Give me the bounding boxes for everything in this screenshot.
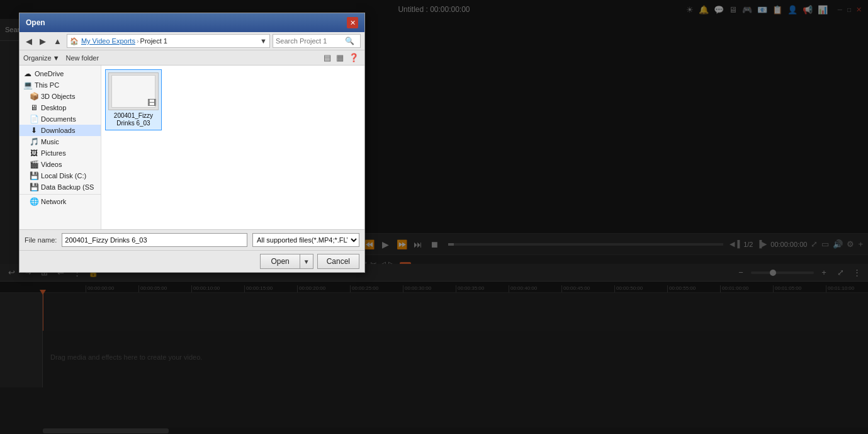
dialog-options: Organize ▼ New folder ▤ ▦ ❓ <box>20 50 364 66</box>
open-arrow-button[interactable]: ▼ <box>300 254 313 269</box>
back-button[interactable]: ◀ <box>23 35 35 47</box>
nav-item-documents[interactable]: 📄 Documents <box>20 113 101 125</box>
up-button[interactable]: ▲ <box>51 35 64 47</box>
databackup-icon: 💾 <box>30 183 38 191</box>
dialog-toolbar: ◀ ▶ ▲ 🏠 My Video Exports › Project 1 ▼ 🔍 <box>20 32 364 50</box>
localdisk-icon: 💾 <box>30 171 38 180</box>
view-grid-button[interactable]: ▦ <box>334 52 346 63</box>
desktop-icon: 🖥 <box>30 103 38 112</box>
nav-divider <box>20 194 101 195</box>
nav-item-music[interactable]: 🎵 Music <box>20 136 101 147</box>
breadcrumb-sep: › <box>137 37 139 45</box>
breadcrumb-home-icon: 🏠 <box>70 37 79 45</box>
dialog-overlay: Open ✕ ◀ ▶ ▲ 🏠 My Video Exports › Projec… <box>0 0 868 434</box>
search-input[interactable] <box>276 37 345 45</box>
dialog-files-area: 🎞 200401_FizzyDrinks 6_03 <box>101 66 364 229</box>
nav-item-databackup[interactable]: 💾 Data Backup (SS <box>20 181 101 193</box>
filename-input[interactable] <box>62 233 247 247</box>
nav-item-label-downloads: Downloads <box>41 127 75 134</box>
cancel-button[interactable]: Cancel <box>317 254 359 269</box>
dialog-left-options: Organize ▼ New folder <box>23 54 99 62</box>
music-icon: 🎵 <box>30 137 38 146</box>
pictures-icon: 🖼 <box>30 149 38 157</box>
nav-item-pictures[interactable]: 🖼 Pictures <box>20 147 101 159</box>
open-button[interactable]: Open <box>260 254 299 269</box>
view-list-button[interactable]: ▤ <box>322 52 333 63</box>
nav-item-label-onedrive: OneDrive <box>35 70 64 77</box>
search-box: 🔍 <box>273 34 361 48</box>
nav-item-videos[interactable]: 🎬 Videos <box>20 159 101 170</box>
dialog-filename-row: File name: All supported files(*.MP4;*.F… <box>20 229 364 250</box>
nav-item-label-desktop: Desktop <box>41 104 66 111</box>
nav-item-network[interactable]: 🌐 Network <box>20 196 101 207</box>
view-help-button[interactable]: ❓ <box>347 52 361 63</box>
forward-button[interactable]: ▶ <box>37 35 48 47</box>
breadcrumb-dropdown[interactable]: ▼ <box>260 37 267 45</box>
nav-item-localdisk[interactable]: 💾 Local Disk (C:) <box>20 170 101 181</box>
organize-label: Organize <box>23 54 52 62</box>
downloads-icon: ⬇ <box>30 126 38 135</box>
filename-label: File name: <box>25 236 57 244</box>
dialog-title: Open <box>26 18 45 27</box>
nav-item-label-music: Music <box>41 138 59 146</box>
filetype-select[interactable]: All supported files(*.MP4;*.FLV; <box>252 233 359 247</box>
file-label-0: 200401_FizzyDrinks 6_03 <box>114 112 153 127</box>
nav-item-thispc[interactable]: 💻 This PC <box>20 79 101 91</box>
nav-item-3dobjects[interactable]: 📦 3D Objects <box>20 91 101 102</box>
nav-item-label-network: Network <box>41 198 66 205</box>
videos-icon: 🎬 <box>30 160 38 169</box>
dialog-titlebar: Open ✕ <box>20 13 364 32</box>
breadcrumb-item-1[interactable]: Project 1 <box>140 37 167 45</box>
breadcrumb-item-0[interactable]: My Video Exports <box>81 37 135 45</box>
open-dialog: Open ✕ ◀ ▶ ▲ 🏠 My Video Exports › Projec… <box>19 13 365 273</box>
3dobjects-icon: 📦 <box>30 92 38 101</box>
nav-item-label-thispc: This PC <box>35 81 59 89</box>
nav-item-label-pictures: Pictures <box>41 149 66 157</box>
thispc-icon: 💻 <box>23 81 32 89</box>
nav-item-label-videos: Videos <box>41 161 62 168</box>
open-button-wrap: Open ▼ <box>260 254 313 269</box>
nav-item-label-3dobjects: 3D Objects <box>41 93 75 100</box>
breadcrumb-area: 🏠 My Video Exports › Project 1 ▼ <box>67 34 270 48</box>
dialog-buttons-row: Open ▼ Cancel <box>20 250 364 272</box>
onedrive-icon: ☁ <box>23 69 32 78</box>
search-button[interactable]: 🔍 <box>345 37 354 45</box>
network-icon: 🌐 <box>30 197 38 206</box>
documents-icon: 📄 <box>30 115 38 123</box>
organize-arrow: ▼ <box>53 54 60 62</box>
nav-item-label-documents: Documents <box>41 115 76 123</box>
filmstrip-icon-0: 🎞 <box>147 98 156 108</box>
dialog-nav: ☁ OneDrive 💻 This PC 📦 3D Objects 🖥 Desk… <box>20 66 101 229</box>
view-buttons: ▤ ▦ ❓ <box>322 52 361 63</box>
nav-item-downloads[interactable]: ⬇ Downloads <box>20 125 101 136</box>
dialog-body: ☁ OneDrive 💻 This PC 📦 3D Objects 🖥 Desk… <box>20 66 364 229</box>
new-folder-button[interactable]: New folder <box>66 54 99 62</box>
nav-item-label-localdisk: Local Disk (C:) <box>41 172 86 180</box>
file-item-0[interactable]: 🎞 200401_FizzyDrinks 6_03 <box>105 69 162 130</box>
nav-item-onedrive[interactable]: ☁ OneDrive <box>20 68 101 79</box>
nav-item-label-databackup: Data Backup (SS <box>41 183 94 191</box>
nav-item-desktop[interactable]: 🖥 Desktop <box>20 102 101 113</box>
file-thumbnail-0: 🎞 <box>108 72 159 110</box>
organize-button[interactable]: Organize ▼ <box>23 54 60 62</box>
dialog-close-button[interactable]: ✕ <box>347 17 358 28</box>
